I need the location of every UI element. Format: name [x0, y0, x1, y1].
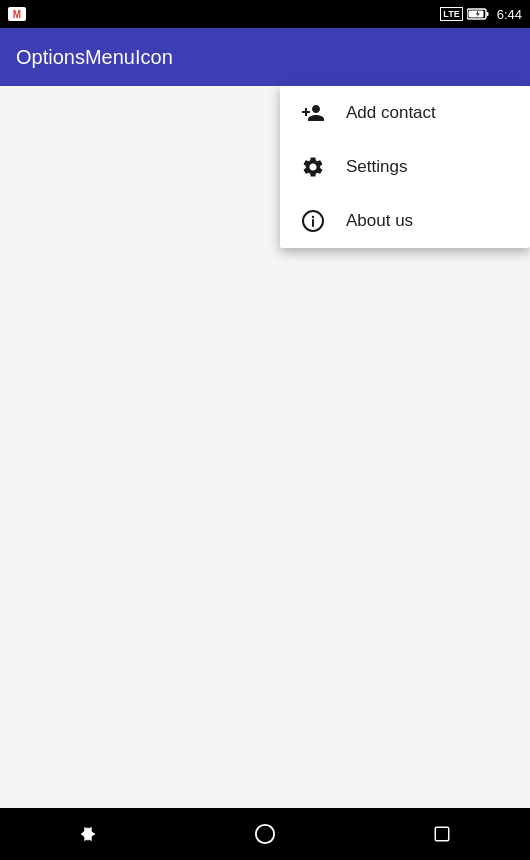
recent-apps-button[interactable] — [412, 808, 472, 860]
menu-item-about-us[interactable]: About us — [280, 194, 530, 248]
back-button[interactable] — [58, 808, 118, 860]
recent-apps-icon — [433, 825, 451, 843]
menu-item-settings[interactable]: Settings — [280, 140, 530, 194]
main-content: Add contact Settings About us — [0, 86, 530, 808]
status-bar: M LTE 6:44 — [0, 0, 530, 28]
home-button[interactable] — [235, 808, 295, 860]
nav-bar — [0, 808, 530, 860]
add-contact-label: Add contact — [346, 103, 436, 123]
about-us-label: About us — [346, 211, 413, 231]
gmail-icon: M — [8, 7, 26, 21]
settings-icon — [300, 154, 326, 180]
status-bar-left: M — [8, 0, 26, 28]
dropdown-menu: Add contact Settings About us — [280, 86, 530, 248]
add-contact-icon — [300, 100, 326, 126]
svg-rect-10 — [435, 827, 449, 841]
home-icon — [254, 823, 276, 845]
back-icon — [78, 824, 98, 844]
svg-rect-2 — [468, 11, 483, 18]
status-time: 6:44 — [497, 7, 522, 22]
svg-rect-1 — [486, 12, 488, 16]
lte-badge: LTE — [440, 7, 462, 21]
app-bar: OptionsMenuIcon — [0, 28, 530, 86]
status-icons: LTE 6:44 — [440, 7, 522, 22]
menu-item-add-contact[interactable]: Add contact — [280, 86, 530, 140]
settings-label: Settings — [346, 157, 407, 177]
svg-point-6 — [312, 216, 314, 218]
info-icon — [300, 208, 326, 234]
battery-icon — [467, 8, 489, 20]
app-bar-title: OptionsMenuIcon — [16, 46, 173, 69]
svg-point-9 — [256, 825, 274, 843]
